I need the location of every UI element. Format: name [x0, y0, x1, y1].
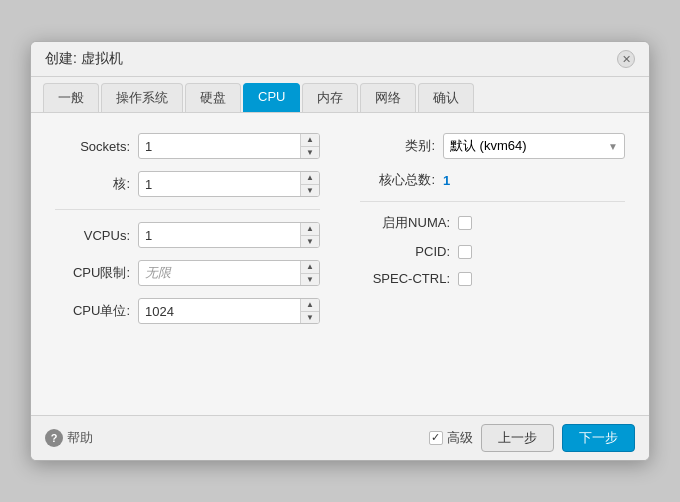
core-total-row: 核心总数: 1	[360, 171, 625, 189]
numa-checkbox[interactable]	[458, 216, 472, 230]
category-label: 类别:	[360, 137, 435, 155]
tab-network[interactable]: 网络	[360, 83, 416, 112]
footer-right: ✓ 高级 上一步 下一步	[429, 424, 635, 452]
tab-confirm[interactable]: 确认	[418, 83, 474, 112]
next-button[interactable]: 下一步	[562, 424, 635, 452]
cpu-limit-input[interactable]: 无限 ▲ ▼	[138, 260, 320, 286]
close-button[interactable]: ✕	[617, 50, 635, 68]
pcid-row: PCID:	[360, 244, 625, 259]
advanced-checkbox-row[interactable]: ✓ 高级	[429, 429, 473, 447]
sockets-up-btn[interactable]: ▲	[301, 134, 319, 147]
category-arrow-icon: ▼	[608, 141, 618, 152]
cores-input[interactable]: 1 ▲ ▼	[138, 171, 320, 197]
pcid-label: PCID:	[360, 244, 450, 259]
sockets-row: Sockets: 1 ▲ ▼	[55, 133, 320, 159]
cpu-limit-value: 无限	[139, 261, 301, 285]
advanced-label: 高级	[447, 429, 473, 447]
divider1	[55, 209, 320, 210]
numa-row: 启用NUMA:	[360, 214, 625, 232]
close-icon: ✕	[622, 53, 631, 66]
pcid-checkbox[interactable]	[458, 245, 472, 259]
sockets-spinner-btns: ▲ ▼	[301, 134, 319, 158]
tab-memory[interactable]: 内存	[302, 83, 358, 112]
vcpus-spinner-btns: ▲ ▼	[301, 223, 319, 247]
tab-disk[interactable]: 硬盘	[185, 83, 241, 112]
cpu-limit-up-btn[interactable]: ▲	[301, 261, 319, 274]
spec-ctrl-row: SPEC-CTRL:	[360, 271, 625, 286]
tab-cpu[interactable]: CPU	[243, 83, 300, 112]
dialog-footer: ? 帮助 ✓ 高级 上一步 下一步	[31, 415, 649, 460]
vcpus-value: 1	[139, 223, 301, 247]
cpu-unit-input[interactable]: 1024 ▲ ▼	[138, 298, 320, 324]
cpu-unit-value: 1024	[139, 299, 301, 323]
dialog-title: 创建: 虚拟机	[45, 50, 123, 68]
divider2	[360, 201, 625, 202]
create-vm-dialog: 创建: 虚拟机 ✕ 一般 操作系统 硬盘 CPU 内存 网络 确认	[30, 41, 650, 461]
vcpus-up-btn[interactable]: ▲	[301, 223, 319, 236]
category-row: 类别: 默认 (kvm64) ▼	[360, 133, 625, 159]
help-icon: ?	[45, 429, 63, 447]
form-left-col: Sockets: 1 ▲ ▼ 核: 1 ▲	[55, 133, 320, 336]
numa-label: 启用NUMA:	[360, 214, 450, 232]
vcpus-row: VCPUs: 1 ▲ ▼	[55, 222, 320, 248]
form-right-col: 类别: 默认 (kvm64) ▼ 核心总数: 1 启用NUMA:	[360, 133, 625, 336]
help-button[interactable]: ? 帮助	[45, 429, 93, 447]
tab-general[interactable]: 一般	[43, 83, 99, 112]
cores-row: 核: 1 ▲ ▼	[55, 171, 320, 197]
cpu-limit-down-btn[interactable]: ▼	[301, 274, 319, 286]
sockets-down-btn[interactable]: ▼	[301, 147, 319, 159]
tab-os[interactable]: 操作系统	[101, 83, 183, 112]
form-section: Sockets: 1 ▲ ▼ 核: 1 ▲	[55, 133, 625, 336]
dialog-header: 创建: 虚拟机 ✕	[31, 42, 649, 77]
vcpus-down-btn[interactable]: ▼	[301, 236, 319, 248]
sockets-value: 1	[139, 134, 301, 158]
sockets-input[interactable]: 1 ▲ ▼	[138, 133, 320, 159]
sockets-label: Sockets:	[55, 139, 130, 154]
back-button[interactable]: 上一步	[481, 424, 554, 452]
cpu-limit-label: CPU限制:	[55, 264, 130, 282]
cpu-unit-label: CPU单位:	[55, 302, 130, 320]
cores-up-btn[interactable]: ▲	[301, 172, 319, 185]
cores-label: 核:	[55, 175, 130, 193]
spec-ctrl-checkbox[interactable]	[458, 272, 472, 286]
help-label: 帮助	[67, 429, 93, 447]
vcpus-label: VCPUs:	[55, 228, 130, 243]
cpu-unit-row: CPU单位: 1024 ▲ ▼	[55, 298, 320, 324]
cores-spinner-btns: ▲ ▼	[301, 172, 319, 196]
category-select[interactable]: 默认 (kvm64) ▼	[443, 133, 625, 159]
cpu-unit-spinner-btns: ▲ ▼	[301, 299, 319, 323]
category-value: 默认 (kvm64)	[450, 137, 527, 155]
cpu-unit-down-btn[interactable]: ▼	[301, 312, 319, 324]
cores-value: 1	[139, 172, 301, 196]
cpu-limit-spinner-btns: ▲ ▼	[301, 261, 319, 285]
cores-down-btn[interactable]: ▼	[301, 185, 319, 197]
vcpus-input[interactable]: 1 ▲ ▼	[138, 222, 320, 248]
tab-bar: 一般 操作系统 硬盘 CPU 内存 网络 确认	[31, 77, 649, 113]
dialog-body: Sockets: 1 ▲ ▼ 核: 1 ▲	[31, 113, 649, 356]
core-total-value: 1	[443, 173, 450, 188]
cpu-limit-row: CPU限制: 无限 ▲ ▼	[55, 260, 320, 286]
core-total-label: 核心总数:	[360, 171, 435, 189]
advanced-checkbox[interactable]: ✓	[429, 431, 443, 445]
footer-left: ? 帮助	[45, 429, 93, 447]
spec-ctrl-label: SPEC-CTRL:	[360, 271, 450, 286]
cpu-unit-up-btn[interactable]: ▲	[301, 299, 319, 312]
